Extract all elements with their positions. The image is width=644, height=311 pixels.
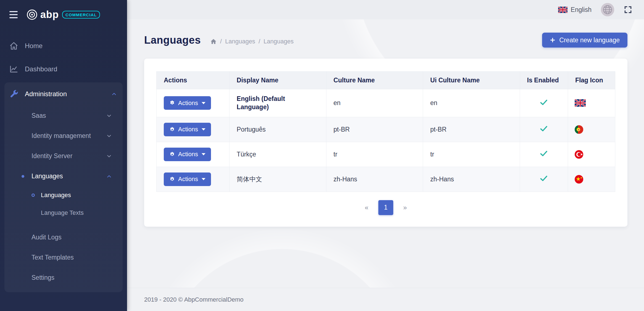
actions-dropdown-button[interactable]: Actions	[164, 123, 211, 136]
sidebar-item-text-templates[interactable]: Text Templates	[4, 247, 123, 268]
sidebar-item-administration[interactable]: Administration	[4, 82, 123, 106]
sidebar-item-label: Languages	[41, 192, 71, 199]
page-content: Languages / Languages / Languages Create…	[127, 19, 644, 288]
abp-logo-icon	[27, 9, 38, 20]
footer: 2019 - 2020 © AbpCommercialDemo	[127, 288, 644, 311]
sidebar-item-audit-logs[interactable]: Audit Logs	[4, 227, 123, 247]
chevron-down-icon	[106, 133, 112, 139]
actions-button-label: Actions	[178, 176, 198, 183]
breadcrumb-separator: /	[220, 38, 222, 45]
actions-button-label: Actions	[178, 126, 198, 133]
gear-icon	[169, 176, 175, 182]
pagination-prev-button[interactable]: «	[362, 202, 371, 213]
ui-culture-name-cell: tr	[423, 142, 520, 167]
sidebar-item-label: Languages	[31, 173, 63, 180]
sidebar-item-language-texts[interactable]: Language Texts	[4, 204, 123, 222]
display-name-cell: Português	[229, 117, 326, 142]
chevron-down-icon	[106, 153, 112, 159]
actions-dropdown-button[interactable]: Actions	[164, 96, 211, 110]
sidebar-item-label: Identity management	[31, 132, 91, 140]
sidebar-item-languages[interactable]: Languages	[4, 166, 123, 186]
sidebar: abp COMMERCIAL Home Dashboard	[0, 0, 127, 311]
abp-logo[interactable]: abp COMMERCIAL	[27, 9, 100, 20]
sidebar-item-label: Identity Server	[31, 152, 72, 160]
languages-table-card: Actions Display Name Culture Name Ui Cul…	[144, 59, 627, 227]
sidebar-item-label: Dashboard	[25, 65, 57, 73]
globe-avatar-icon	[601, 3, 614, 16]
sidebar-header: abp COMMERCIAL	[0, 0, 127, 29]
column-header-is-enabled: Is Enabled	[520, 72, 568, 89]
sidebar-item-home[interactable]: Home	[0, 34, 127, 58]
column-header-flag-icon: Flag Icon	[568, 72, 615, 89]
wrench-icon	[9, 90, 18, 98]
turkey-flag-icon: ★	[575, 150, 583, 159]
gear-icon	[169, 151, 175, 157]
fullscreen-icon	[624, 5, 632, 14]
active-dot-icon	[22, 175, 24, 178]
enabled-check-icon	[539, 174, 548, 183]
table-header-row: Actions Display Name Culture Name Ui Cul…	[157, 72, 615, 89]
sidebar-item-settings[interactable]: Settings	[4, 268, 123, 288]
home-icon	[9, 41, 18, 50]
uk-flag-icon	[575, 99, 586, 107]
uk-flag-icon	[558, 7, 568, 13]
pagination: « 1 »	[156, 200, 615, 215]
plus-icon	[550, 37, 555, 43]
main-column: English Languages	[127, 0, 644, 311]
sidebar-item-label: Administration	[25, 90, 67, 98]
culture-name-cell: zh-Hans	[326, 167, 423, 192]
column-header-display-name: Display Name	[229, 72, 326, 89]
sidebar-nav: Home Dashboard Administration Saas	[0, 29, 127, 292]
caret-down-icon	[202, 128, 205, 130]
display-name-cell: English (Default Language)	[229, 89, 326, 117]
sidebar-item-label: Text Templates	[31, 254, 74, 261]
caret-down-icon	[202, 153, 205, 155]
sidebar-item-dashboard[interactable]: Dashboard	[0, 58, 127, 81]
culture-name-cell: tr	[326, 142, 423, 167]
user-avatar[interactable]	[601, 3, 614, 16]
topbar: English	[127, 0, 644, 19]
sidebar-item-identity-server[interactable]: Identity Server	[4, 146, 123, 166]
sidebar-item-identity-management[interactable]: Identity management	[4, 126, 123, 146]
create-new-language-button[interactable]: Create new language	[542, 33, 627, 48]
table-row: Actions Português pt-BR pt-BR	[157, 117, 615, 142]
breadcrumb-item[interactable]: Languages	[263, 38, 294, 45]
chevron-up-icon	[111, 91, 117, 97]
page-header: Languages / Languages / Languages Create…	[144, 33, 627, 48]
create-button-label: Create new language	[559, 36, 620, 44]
table-row: Actions 简体中文 zh-Hans zh-Hans	[157, 167, 615, 192]
actions-button-label: Actions	[178, 151, 198, 158]
active-bullet-icon	[31, 194, 35, 197]
commercial-badge: COMMERCIAL	[62, 11, 100, 19]
gear-icon	[169, 127, 175, 132]
language-selector[interactable]: English	[558, 6, 592, 14]
actions-dropdown-button[interactable]: Actions	[164, 173, 211, 186]
breadcrumb-item[interactable]: Languages	[225, 38, 255, 45]
actions-dropdown-button[interactable]: Actions	[164, 148, 211, 161]
culture-name-cell: pt-BR	[326, 117, 423, 142]
table-row: Actions English (Default Language) en en	[157, 89, 615, 117]
dashboard-icon	[9, 65, 18, 74]
actions-button-label: Actions	[178, 100, 198, 107]
pagination-page-1-button[interactable]: 1	[378, 200, 393, 215]
breadcrumb-home-icon[interactable]	[210, 38, 217, 45]
sidebar-item-label: Language Texts	[41, 209, 84, 216]
display-name-cell: Türkçe	[229, 142, 326, 167]
caret-down-icon	[202, 178, 205, 180]
sidebar-item-label: Audit Logs	[31, 234, 62, 241]
ui-culture-name-cell: pt-BR	[423, 117, 520, 142]
sidebar-item-languages-child[interactable]: Languages	[4, 186, 123, 204]
ui-culture-name-cell: zh-Hans	[423, 167, 520, 192]
breadcrumb-separator: /	[258, 38, 260, 45]
enabled-check-icon	[539, 98, 548, 107]
ui-culture-name-cell: en	[423, 89, 520, 117]
app-root: abp COMMERCIAL Home Dashboard	[0, 0, 644, 311]
brand-name: abp	[40, 10, 59, 20]
sidebar-item-saas[interactable]: Saas	[4, 106, 123, 126]
chevron-up-icon	[106, 173, 112, 179]
menu-toggle-icon[interactable]	[9, 9, 18, 20]
column-header-culture-name: Culture Name	[326, 72, 423, 89]
pagination-next-button[interactable]: »	[400, 202, 410, 213]
page-title: Languages	[144, 34, 201, 46]
fullscreen-button[interactable]	[624, 5, 632, 14]
